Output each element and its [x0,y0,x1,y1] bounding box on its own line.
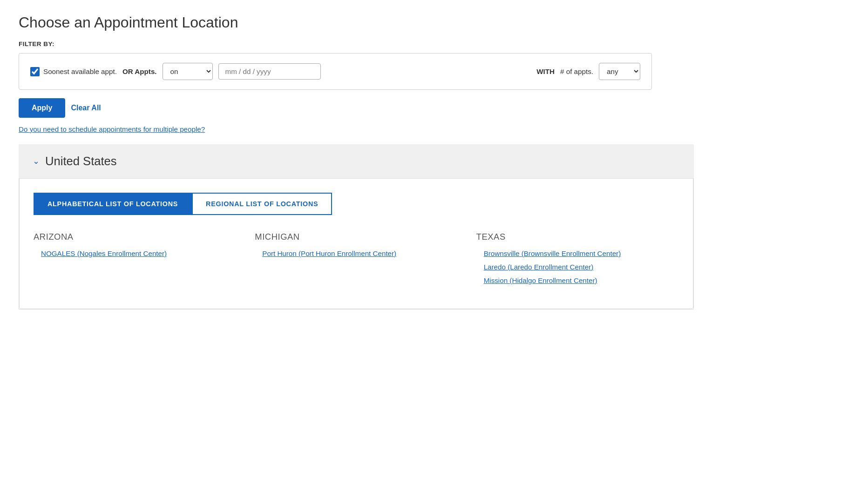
page-container: Choose an Appointment Location FILTER BY… [19,14,694,310]
state-arizona: ARIZONA NOGALES (Nogales Enrollment Cent… [34,232,236,290]
tab-alphabetical[interactable]: ALPHABETICAL LIST OF LOCATIONS [34,193,192,215]
page-title: Choose an Appointment Location [19,14,694,31]
appts-on-select[interactable]: on after before [163,63,213,80]
state-texas-name: TEXAS [476,232,679,242]
state-texas: TEXAS Brownsville (Brownsville Enrollmen… [476,232,679,290]
apply-button[interactable]: Apply [19,98,65,118]
states-grid: ARIZONA NOGALES (Nogales Enrollment Cent… [34,232,679,290]
location-laredo[interactable]: Laredo (Laredo Enrollment Center) [476,263,679,271]
date-input[interactable] [218,63,321,80]
location-port-huron[interactable]: Port Huron (Port Huron Enrollment Center… [255,249,457,257]
with-label: WITH [536,67,555,75]
filter-box: Soonest available appt. OR Appts. on aft… [19,53,652,90]
filter-by-label: FILTER BY: [19,40,694,47]
tabs-row: ALPHABETICAL LIST OF LOCATIONS REGIONAL … [34,193,679,215]
state-arizona-name: ARIZONA [34,232,236,242]
num-appts-select[interactable]: any 1 2 3 4 5+ [599,63,640,80]
locations-container: ALPHABETICAL LIST OF LOCATIONS REGIONAL … [19,178,693,309]
location-brownsville[interactable]: Brownsville (Brownsville Enrollment Cent… [476,249,679,257]
location-nogales[interactable]: NOGALES (Nogales Enrollment Center) [34,249,236,257]
clear-all-button[interactable]: Clear All [71,104,101,112]
multiple-people-link[interactable]: Do you need to schedule appointments for… [19,125,694,133]
actions-row: Apply Clear All [19,98,694,118]
state-michigan-name: MICHIGAN [255,232,457,242]
region-title: United States [45,155,117,168]
tab-regional[interactable]: REGIONAL LIST OF LOCATIONS [192,193,332,215]
filter-left-group: Soonest available appt. OR Appts. on aft… [30,63,529,80]
filter-right-group: WITH # of appts. any 1 2 3 4 5+ [536,63,640,80]
state-michigan: MICHIGAN Port Huron (Port Huron Enrollme… [255,232,457,290]
or-appts-label: OR Appts. [122,67,157,75]
soonest-appt-checkbox[interactable] [30,67,40,76]
num-appts-label: # of appts. [560,67,593,75]
region-section: ALPHABETICAL LIST OF LOCATIONS REGIONAL … [19,178,694,310]
chevron-down-icon[interactable]: ⌄ [33,157,40,166]
region-header: ⌄ United States [19,144,694,178]
soonest-appt-label: Soonest available appt. [43,67,117,75]
location-mission[interactable]: Mission (Hidalgo Enrollment Center) [476,276,679,284]
soonest-appt-checkbox-wrapper: Soonest available appt. [30,67,117,76]
